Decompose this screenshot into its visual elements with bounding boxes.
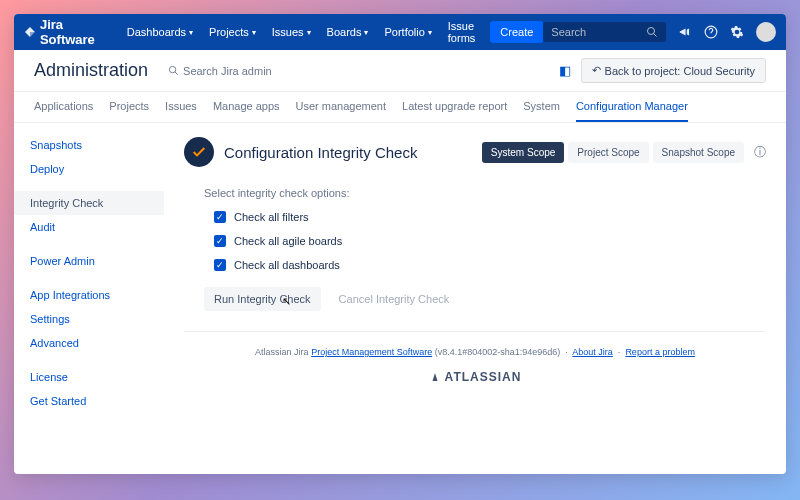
help-icon[interactable] (704, 25, 718, 39)
svg-line-1 (654, 34, 657, 37)
atlassian-logo: ATLASSIAN (184, 370, 766, 384)
admin-search[interactable]: Search Jira admin (168, 65, 272, 77)
chevron-down-icon: ▾ (364, 28, 368, 37)
scope-system-button[interactable]: System Scope (482, 142, 564, 163)
tab-applications[interactable]: Applications (34, 92, 93, 122)
global-search-input[interactable]: Search (543, 22, 666, 42)
cursor-icon: ↖ (282, 295, 291, 308)
nav-portfolio[interactable]: Portfolio▾ (377, 22, 438, 42)
top-icons (678, 22, 776, 42)
scope-buttons: System Scope Project Scope Snapshot Scop… (482, 142, 766, 163)
checkbox-icon[interactable]: ✓ (214, 235, 226, 247)
tab-system[interactable]: System (523, 92, 560, 122)
scope-project-button[interactable]: Project Scope (568, 142, 648, 163)
nav-issue-forms[interactable]: Issue forms (441, 16, 483, 48)
sidebar-item-integrity-check[interactable]: Integrity Check (14, 191, 164, 215)
tab-manage-apps[interactable]: Manage apps (213, 92, 280, 122)
action-buttons: Run Integrity Check ↖ Cancel Integrity C… (204, 287, 766, 311)
search-icon (646, 26, 658, 38)
options-label: Select integrity check options: (204, 187, 766, 199)
nav-items: Dashboards▾ Projects▾ Issues▾ Boards▾ Po… (120, 16, 544, 48)
tab-configuration-manager[interactable]: Configuration Manager (576, 92, 688, 122)
sidebar: Snapshots Deploy Integrity Check Audit P… (14, 123, 164, 474)
chevron-down-icon: ▾ (252, 28, 256, 37)
back-to-project-button[interactable]: ↶ Back to project: Cloud Security (581, 58, 766, 83)
megaphone-icon[interactable] (678, 25, 692, 39)
back-arrow-icon: ↶ (592, 64, 601, 77)
admin-tabs: Applications Projects Issues Manage apps… (14, 92, 786, 123)
sidebar-item-advanced[interactable]: Advanced (14, 331, 164, 355)
search-icon (168, 65, 179, 76)
pm-software-link[interactable]: Project Management Software (311, 347, 432, 357)
option-dashboards[interactable]: ✓ Check all dashboards (214, 259, 766, 271)
option-filters[interactable]: ✓ Check all filters (214, 211, 766, 223)
atlassian-icon (429, 371, 441, 383)
chevron-down-icon: ▾ (307, 28, 311, 37)
nav-issues[interactable]: Issues▾ (265, 22, 318, 42)
gear-icon[interactable] (730, 25, 744, 39)
checkbox-icon[interactable]: ✓ (214, 259, 226, 271)
page-heading: Administration (34, 60, 148, 81)
sidebar-item-app-integrations[interactable]: App Integrations (14, 283, 164, 307)
page-title: Configuration Integrity Check (224, 144, 417, 161)
svg-line-4 (175, 72, 178, 75)
jira-icon (24, 25, 36, 39)
product-name: Jira Software (40, 17, 110, 47)
sidebar-item-audit[interactable]: Audit (14, 215, 164, 239)
svg-point-0 (648, 28, 655, 35)
nav-dashboards[interactable]: Dashboards▾ (120, 22, 200, 42)
sidebar-item-get-started[interactable]: Get Started (14, 389, 164, 413)
checkbox-icon[interactable]: ✓ (214, 211, 226, 223)
cancel-integrity-check-button: Cancel Integrity Check (329, 287, 460, 311)
sidebar-item-power-admin[interactable]: Power Admin (14, 249, 164, 273)
admin-header: Administration Search Jira admin ◧ ↶ Bac… (14, 50, 786, 92)
help-icon[interactable]: ⓘ (754, 144, 766, 161)
feedback-icon[interactable]: ◧ (559, 63, 571, 78)
svg-point-3 (169, 66, 175, 72)
sidebar-item-license[interactable]: License (14, 365, 164, 389)
scope-snapshot-button[interactable]: Snapshot Scope (653, 142, 744, 163)
tab-user-management[interactable]: User management (296, 92, 387, 122)
nav-projects[interactable]: Projects▾ (202, 22, 263, 42)
tab-projects[interactable]: Projects (109, 92, 149, 122)
app-window: Jira Software Dashboards▾ Projects▾ Issu… (14, 14, 786, 474)
divider (184, 331, 766, 332)
nav-boards[interactable]: Boards▾ (320, 22, 376, 42)
content-body: Snapshots Deploy Integrity Check Audit P… (14, 123, 786, 474)
integrity-check-icon (184, 137, 214, 167)
search-placeholder: Search (551, 26, 646, 38)
sidebar-item-snapshots[interactable]: Snapshots (14, 133, 164, 157)
tab-issues[interactable]: Issues (165, 92, 197, 122)
sidebar-item-settings[interactable]: Settings (14, 307, 164, 331)
jira-logo[interactable]: Jira Software (24, 17, 110, 47)
chevron-down-icon: ▾ (189, 28, 193, 37)
global-nav: Jira Software Dashboards▾ Projects▾ Issu… (14, 14, 786, 50)
footer: Atlassian Jira Project Management Softwa… (184, 344, 766, 360)
run-integrity-check-button[interactable]: Run Integrity Check ↖ (204, 287, 321, 311)
chevron-down-icon: ▾ (428, 28, 432, 37)
main-content: Configuration Integrity Check System Sco… (164, 123, 786, 474)
report-problem-link[interactable]: Report a problem (625, 347, 695, 357)
sidebar-item-deploy[interactable]: Deploy (14, 157, 164, 181)
option-agile-boards[interactable]: ✓ Check all agile boards (214, 235, 766, 247)
create-button[interactable]: Create (490, 21, 543, 43)
tab-upgrade-report[interactable]: Latest upgrade report (402, 92, 507, 122)
avatar[interactable] (756, 22, 776, 42)
page-header: Configuration Integrity Check System Sco… (184, 137, 766, 167)
about-jira-link[interactable]: About Jira (572, 347, 613, 357)
